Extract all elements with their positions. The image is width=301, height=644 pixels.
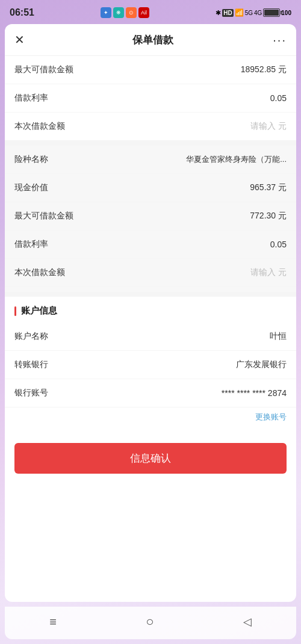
value-transfer-bank: 广东发展银行 [236,359,287,370]
label-cash-value: 现金价值 [14,182,48,193]
account-info-section: 账户名称 叶恒 转账银行 广东发展银行 银行账号 **** **** **** … [5,323,296,431]
label-loan-amount: 本次借款金额 [14,121,65,132]
value-policy-name: 华夏金管家终身寿险（万能... [186,154,287,165]
nav-menu-icon[interactable]: ≡ [49,615,57,629]
account-section-header: 账户信息 [5,292,296,323]
nav-back-icon[interactable]: ◁ [243,615,252,628]
label-interest-rate: 借款利率 [14,93,48,104]
app-icon-1: ✦ [101,7,111,18]
row-bank-account: 银行账号 **** **** **** 2874 [5,379,296,407]
row-interest-rate: 借款利率 0.05 [5,84,296,113]
close-button[interactable]: ✕ [14,33,33,47]
row-account-name: 账户名称 叶恒 [5,323,296,351]
value-max-loan-2: 772.30 元 [250,211,287,221]
more-button[interactable]: ··· [273,33,287,47]
label-max-loan-2: 最大可借款金额 [14,211,73,221]
label-max-loan: 最大可借款金额 [14,64,73,75]
confirm-button[interactable]: 信息确认 [14,443,287,474]
label-bank-account: 银行账号 [14,388,48,398]
row-cash-value: 现金价值 965.37 元 [5,174,296,202]
value-account-name: 叶恒 [270,331,287,342]
page-title: 保单借款 [132,33,173,47]
row-policy-name: 险种名称 华夏金管家终身寿险（万能... [5,146,296,174]
app-icon-2: ❋ [113,7,124,18]
label-interest-rate-2: 借款利率 [14,239,48,250]
row-transfer-bank: 转账银行 广东发展银行 [5,351,296,379]
signal-icons: ✱ HD 📶 5G 4G 100 [216,8,291,17]
confirm-button-container: 信息确认 [5,431,296,483]
label-transfer-bank: 转账银行 [14,359,48,370]
change-account-link[interactable]: 更换账号 [255,412,287,421]
row-loan-amount-2-input[interactable]: 本次借款金额 请输入 元 [5,259,296,287]
value-max-loan: 18952.85 元 [241,64,287,75]
change-account-container: 更换账号 [5,407,296,431]
status-bar: 06:51 ✦ ❋ ⊙ Ail ✱ HD 📶 5G 4G 100 [0,0,301,24]
value-bank-account: **** **** **** 2874 [222,388,287,398]
value-loan-amount-placeholder[interactable]: 请输入 元 [250,121,287,132]
row-max-loan: 最大可借款金额 18952.85 元 [5,56,296,84]
app-icons: ✦ ❋ ⊙ Ail [101,7,149,18]
account-section-title: 账户信息 [21,305,57,317]
label-loan-amount-2: 本次借款金额 [14,267,65,278]
row-max-loan-2: 最大可借款金额 772.30 元 [5,202,296,231]
status-time: 06:51 [10,7,34,18]
bottom-nav: ≡ ○ ◁ [5,607,296,639]
row-loan-amount-input[interactable]: 本次借款金额 请输入 元 [5,113,296,141]
label-policy-name: 险种名称 [14,154,48,165]
value-interest-rate-2: 0.05 [270,240,287,249]
label-account-name: 账户名称 [14,331,48,342]
policy-detail-section: 险种名称 华夏金管家终身寿险（万能... 现金价值 965.37 元 最大可借款… [5,146,296,292]
row-interest-rate-2: 借款利率 0.05 [5,231,296,259]
section-header-bar [14,306,16,316]
app-icon-3: ⊙ [126,7,137,18]
app-icon-4: Ail [138,7,149,18]
battery-icon [263,8,280,17]
nav-home-icon[interactable]: ○ [146,614,154,630]
section-divider-1 [5,141,296,146]
loan-summary-section: 最大可借款金额 18952.85 元 借款利率 0.05 本次借款金额 请输入 … [5,56,296,141]
nav-bar: ✕ 保单借款 ··· [5,24,296,56]
value-cash-value: 965.37 元 [250,182,287,193]
value-loan-amount-2-placeholder[interactable]: 请输入 元 [250,267,287,278]
value-interest-rate: 0.05 [270,93,287,103]
main-card: ✕ 保单借款 ··· 最大可借款金额 18952.85 元 借款利率 0.05 … [5,24,296,602]
